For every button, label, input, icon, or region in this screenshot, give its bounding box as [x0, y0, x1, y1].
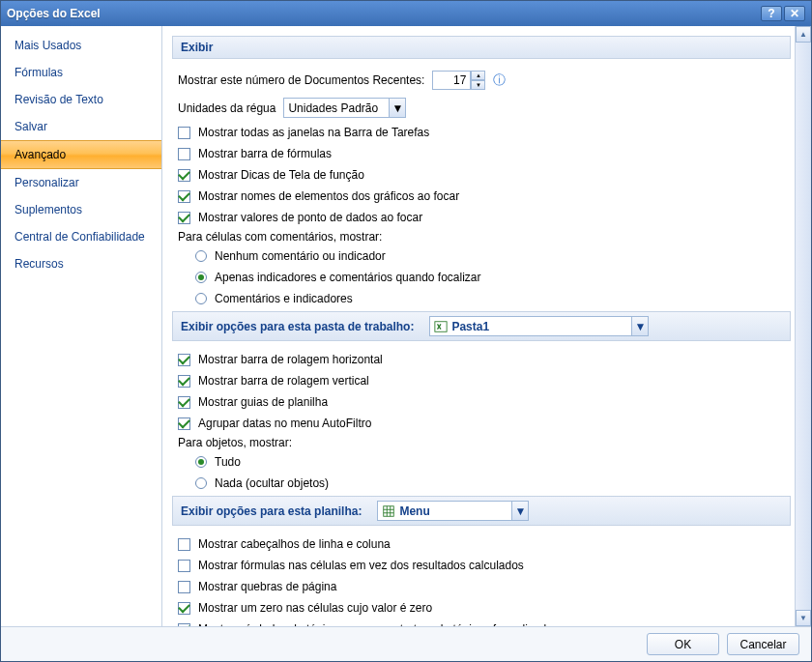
checkbox-taskbar-label[interactable]: Mostrar todas as janelas na Barra de Tar… [198, 126, 429, 139]
radio-comments-indicators-label[interactable]: Comentários e indicadores [215, 292, 353, 305]
row-cb-autofilter: Agrupar datas no menu AutoFiltro [172, 415, 791, 432]
checkbox-taskbar[interactable] [178, 127, 190, 139]
chevron-down-icon[interactable]: ▼ [632, 316, 649, 336]
radio-objects-hide[interactable] [195, 477, 207, 489]
row-cb-formulas: Mostrar fórmulas nas células em vez dos … [172, 557, 791, 574]
checkbox-zero-values[interactable] [178, 602, 190, 615]
row-cb-data-values: Mostrar valores de ponto de dados ao foc… [172, 209, 791, 226]
checkbox-hscroll-label[interactable]: Mostrar barra de rolagem horizontal [198, 353, 383, 366]
sidebar-item-revisao[interactable]: Revisão de Texto [1, 86, 161, 113]
ok-button[interactable]: OK [647, 633, 719, 655]
row-cb-screentips: Mostrar Dicas de Tela de função [172, 166, 791, 184]
radio-objects-hide-label[interactable]: Nada (ocultar objetos) [215, 476, 329, 490]
sidebar-item-avancado[interactable]: Avançado [1, 140, 161, 169]
row-recent-docs: Mostrar este número de Documentos Recent… [172, 69, 791, 92]
section-workbook: Exibir opções para esta pasta de trabalh… [172, 311, 791, 341]
chevron-down-icon[interactable]: ▼ [512, 501, 529, 521]
sidebar-item-mais-usados[interactable]: Mais Usados [1, 32, 161, 59]
row-rb-both: Comentários e indicadores [172, 290, 791, 307]
section-exibir-title: Exibir [181, 41, 213, 54]
vertical-scrollbar[interactable]: ▲ ▼ [795, 26, 811, 626]
row-cb-chart-names: Mostrar nomes de elementos dos gráficos … [172, 187, 791, 205]
help-icon[interactable]: ⓘ [493, 72, 506, 89]
workbook-select-value: Pasta1 [451, 320, 489, 333]
comments-header: Para células com comentários, mostrar: [172, 230, 791, 244]
checkbox-hscroll[interactable] [178, 354, 190, 366]
checkbox-autofilter-dates-label[interactable]: Agrupar datas no menu AutoFiltro [198, 417, 371, 430]
dialog-body: Mais Usados Fórmulas Revisão de Texto Sa… [1, 26, 811, 626]
row-cb-formula-bar: Mostrar barra de fórmulas [172, 145, 791, 162]
radio-objects-all-label[interactable]: Tudo [215, 455, 241, 469]
radio-objects-all[interactable] [195, 456, 207, 468]
content-wrap: Exibir Mostrar este número de Documentos… [162, 26, 811, 626]
content-pane: Exibir Mostrar este número de Documentos… [162, 26, 795, 626]
section-exibir: Exibir [172, 36, 791, 59]
sheet-select-value: Menu [399, 504, 429, 518]
checkbox-row-col-headers[interactable] [178, 538, 190, 551]
checkbox-screentips[interactable] [178, 169, 190, 182]
row-rb-none: Nenhum comentário ou indicador [172, 247, 791, 265]
row-cb-zero: Mostrar um zero nas células cujo valor é… [172, 599, 791, 617]
radio-no-comments[interactable] [195, 250, 207, 262]
close-button[interactable]: ✕ [784, 6, 805, 21]
scroll-down-arrow[interactable]: ▼ [796, 610, 811, 626]
checkbox-show-formulas-label[interactable]: Mostrar fórmulas nas células em vez dos … [198, 559, 524, 572]
ruler-label: Unidades da régua [178, 101, 276, 115]
checkbox-vscroll-label[interactable]: Mostrar barra de rolagem vertical [198, 374, 369, 388]
checkbox-vscroll[interactable] [178, 375, 190, 388]
checkbox-chart-names-label[interactable]: Mostrar nomes de elementos dos gráficos … [198, 189, 459, 203]
radio-comments-indicators[interactable] [195, 293, 207, 304]
radio-indicator-only[interactable] [195, 272, 207, 283]
checkbox-zero-values-label[interactable]: Mostrar um zero nas células cujo valor é… [198, 601, 432, 615]
row-rb-indicator: Apenas indicadores e comentários quando … [172, 269, 791, 286]
sidebar-item-salvar[interactable]: Salvar [1, 113, 161, 140]
row-cb-hscroll: Mostrar barra de rolagem horizontal [172, 351, 791, 368]
section-sheet-title: Exibir opções para esta planilha: [181, 504, 362, 518]
checkbox-chart-names[interactable] [178, 190, 190, 203]
section-sheet: Exibir opções para esta planilha: Menu ▼ [172, 496, 791, 526]
sidebar-item-suplementos[interactable]: Suplementos [1, 196, 161, 223]
checkbox-autofilter-dates[interactable] [178, 417, 190, 430]
radio-indicator-only-label[interactable]: Apenas indicadores e comentários quando … [215, 271, 481, 284]
checkbox-sheet-tabs[interactable] [178, 396, 190, 409]
checkbox-data-values-label[interactable]: Mostrar valores de ponto de dados ao foc… [198, 211, 422, 224]
help-button[interactable]: ? [761, 6, 782, 21]
checkbox-page-breaks-label[interactable]: Mostrar quebras de página [198, 580, 336, 593]
row-cb-tabs: Mostrar guias de planilha [172, 393, 791, 411]
sheet-select[interactable]: Menu [377, 501, 512, 521]
checkbox-show-formulas[interactable] [178, 560, 190, 572]
checkbox-row-col-headers-label[interactable]: Mostrar cabeçalhos de linha e coluna [198, 537, 391, 551]
checkbox-formula-bar-label[interactable]: Mostrar barra de fórmulas [198, 147, 332, 160]
checkbox-sheet-tabs-label[interactable]: Mostrar guias de planilha [198, 395, 328, 409]
workbook-select[interactable]: Pasta1 [429, 316, 632, 336]
row-rb-all: Tudo [172, 453, 791, 471]
checkbox-page-breaks[interactable] [178, 581, 190, 593]
spin-down[interactable]: ▼ [471, 80, 485, 90]
recent-docs-spinner: ▲ ▼ [432, 71, 485, 90]
sidebar-item-personalizar[interactable]: Personalizar [1, 169, 161, 196]
recent-docs-input[interactable] [432, 71, 471, 90]
checkbox-data-values[interactable] [178, 212, 190, 224]
checkbox-screentips-label[interactable]: Mostrar Dicas de Tela de função [198, 168, 364, 182]
titlebar-buttons: ? ✕ [761, 6, 805, 21]
sidebar-item-recursos[interactable]: Recursos [1, 250, 161, 277]
excel-workbook-icon [434, 320, 448, 333]
section-workbook-title: Exibir opções para esta pasta de trabalh… [181, 320, 414, 333]
sidebar-item-confiabilidade[interactable]: Central de Confiabilidade [1, 223, 161, 250]
radio-no-comments-label[interactable]: Nenhum comentário ou indicador [215, 249, 386, 263]
objects-header: Para objetos, mostrar: [172, 436, 791, 449]
row-cb-taskbar: Mostrar todas as janelas na Barra de Tar… [172, 124, 791, 141]
svg-rect-0 [435, 321, 447, 331]
chevron-down-icon[interactable]: ▼ [390, 98, 406, 118]
scroll-up-arrow[interactable]: ▲ [796, 26, 811, 43]
scroll-track[interactable] [796, 43, 811, 610]
svg-rect-1 [384, 505, 394, 516]
sidebar-item-formulas[interactable]: Fórmulas [1, 59, 161, 86]
ruler-select[interactable]: Unidades Padrão [283, 98, 390, 118]
row-cb-pagebreaks: Mostrar quebras de página [172, 578, 791, 595]
sidebar: Mais Usados Fórmulas Revisão de Texto Sa… [1, 26, 162, 626]
checkbox-formula-bar[interactable] [178, 148, 190, 160]
cancel-button[interactable]: Cancelar [727, 633, 799, 655]
spin-up[interactable]: ▲ [471, 71, 485, 80]
excel-options-dialog: Opções do Excel ? ✕ Mais Usados Fórmulas… [0, 0, 812, 662]
